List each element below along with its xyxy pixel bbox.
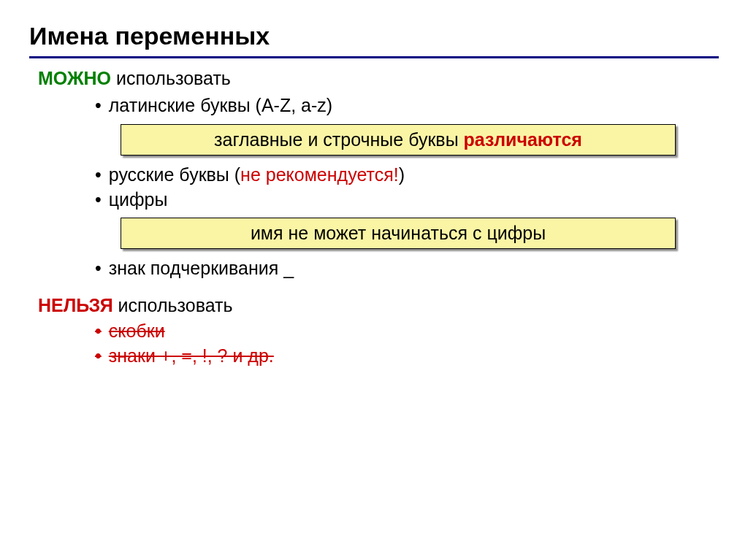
callout-case-emph: различаются xyxy=(464,129,582,150)
bullet-russian: русские буквы (не рекомендуется!) xyxy=(95,163,719,188)
allowed-keyword: МОЖНО xyxy=(38,68,111,88)
callout-case-text: заглавные и строчные буквы xyxy=(214,129,464,150)
slide: Имена переменных МОЖНО использовать лати… xyxy=(0,0,748,369)
bullet-russian-warn: не рекомендуется! xyxy=(240,164,399,185)
forbidden-rest: использовать xyxy=(113,295,233,315)
callout-case: заглавные и строчные буквы различаются xyxy=(121,124,676,156)
allowed-rest: использовать xyxy=(111,68,231,88)
callout-digit: имя не может начинаться с цифры xyxy=(121,218,676,249)
forbidden-list: скобки знаки +, =, !, ? и др. xyxy=(29,319,719,369)
bullet-brackets: скобки xyxy=(95,319,719,344)
forbidden-keyword: НЕЛЬЗЯ xyxy=(38,295,113,315)
callout-case-wrap: заглавные и строчные буквы различаются xyxy=(29,124,719,156)
bullet-signs: знаки +, =, !, ? и др. xyxy=(95,344,719,369)
bullet-latin: латинские буквы (A-Z, a-z) xyxy=(95,93,719,118)
allowed-list-mid: русские буквы (не рекомендуется!) цифры xyxy=(29,163,719,212)
allowed-list-bottom: знак подчеркивания _ xyxy=(29,256,719,281)
callout-digit-wrap: имя не может начинаться с цифры xyxy=(29,218,719,249)
allowed-heading: МОЖНО использовать xyxy=(29,68,719,89)
page-title: Имена переменных xyxy=(29,22,719,58)
bullet-digits: цифры xyxy=(95,188,719,212)
forbidden-heading: НЕЛЬЗЯ использовать xyxy=(29,295,719,316)
bullet-russian-suffix: ) xyxy=(399,164,405,185)
bullet-underscore: знак подчеркивания _ xyxy=(95,256,719,281)
bullet-russian-prefix: русские буквы ( xyxy=(109,164,240,185)
allowed-list-top: латинские буквы (A-Z, a-z) xyxy=(29,93,719,118)
